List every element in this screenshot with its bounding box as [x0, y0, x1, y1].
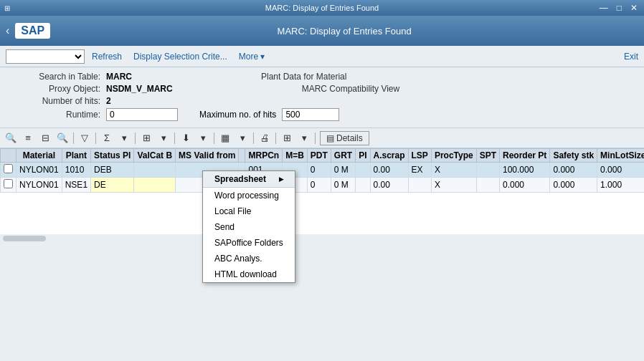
- minimize-button[interactable]: —: [597, 3, 610, 13]
- download-drop-btn[interactable]: ▾: [195, 130, 211, 146]
- col-checkbox: [1, 149, 16, 163]
- table-cell: [408, 178, 431, 193]
- col-pdt: PDT: [307, 149, 331, 163]
- display-selection-button[interactable]: Display Selection Crite...: [129, 50, 232, 63]
- menu-item-local-file[interactable]: Local File: [203, 203, 295, 219]
- col-status-pl: Status Pl: [91, 149, 134, 163]
- table-cell: 0 M: [331, 178, 355, 193]
- table-cell[interactable]: [1, 178, 16, 193]
- table-cell: 1010: [62, 163, 90, 178]
- list-icon-btn[interactable]: ≡: [20, 130, 36, 146]
- table-cell: 0.000: [550, 178, 597, 193]
- filter-icon-btn[interactable]: ▽: [77, 130, 93, 146]
- details-button[interactable]: ▤ Details: [320, 131, 369, 145]
- download-icon-btn[interactable]: ⬇: [178, 130, 194, 146]
- table-row[interactable]: NYLON011010DEB00100 M0.00EXX100.0000.000…: [1, 163, 645, 178]
- separator5: [214, 133, 214, 144]
- title-bar-title: MARC: Display of Entries Found: [265, 4, 379, 12]
- dropdown-menu: Spreadsheet ▸ Word processing Local File…: [202, 170, 295, 283]
- table-header-row: Material Plant Status Pl ValCat B MS Val…: [1, 149, 645, 163]
- proxy-object-value: NSDM_V_MARC: [106, 84, 173, 94]
- separator8: [315, 133, 316, 144]
- separator6: [253, 133, 254, 144]
- col-blank: [239, 149, 245, 163]
- table-cell: DE: [91, 178, 134, 193]
- table-cell: [356, 163, 370, 178]
- col-reorder-pt: Reorder Pt: [500, 149, 550, 163]
- col-mrpcn: MRPCn: [245, 149, 283, 163]
- grid-drop-btn[interactable]: ▾: [156, 130, 171, 146]
- menu-item-html-download[interactable]: HTML download: [203, 266, 295, 282]
- info-row-search: Search in Table: MARC Plant Data for Mat…: [14, 72, 630, 82]
- sap-header: ‹ SAP MARC: Display of Entries Found: [0, 16, 644, 46]
- back-button[interactable]: ‹: [6, 24, 9, 37]
- table-cell: 100.000: [500, 163, 550, 178]
- table-cell[interactable]: [1, 163, 16, 178]
- col-mb: M=B: [283, 149, 308, 163]
- max-hits-input[interactable]: [282, 108, 339, 121]
- details-label: Details: [336, 133, 363, 143]
- info-section: Search in Table: MARC Plant Data for Mat…: [0, 67, 644, 128]
- close-button[interactable]: ✕: [628, 3, 640, 13]
- runtime-input[interactable]: [106, 108, 178, 121]
- sum-drop-btn[interactable]: ▾: [116, 130, 132, 146]
- col-pi: PI: [356, 149, 370, 163]
- table-cell: NYLON01: [16, 163, 62, 178]
- col-ms-valid-from: MS Valid from: [176, 149, 239, 163]
- layout-icon-btn[interactable]: ⊞: [279, 130, 295, 146]
- table-cell: NSE1: [62, 178, 90, 193]
- refresh-button[interactable]: Refresh: [87, 50, 126, 63]
- table-cell: 0.00: [370, 178, 408, 193]
- separator3: [135, 133, 136, 144]
- separator1: [73, 133, 74, 144]
- num-hits-value: 2: [106, 96, 111, 106]
- search-table-value: MARC: [106, 72, 132, 82]
- menu-item-abc-analys[interactable]: ABC Analys.: [203, 251, 295, 266]
- main-title: MARC: Display of Entries Found: [50, 26, 638, 37]
- table-cell: 0 M: [331, 163, 355, 178]
- title-bar-left: ⊞: [4, 4, 10, 12]
- app-icon: ⊞: [4, 4, 10, 12]
- collapse-icon-btn[interactable]: ⊟: [37, 130, 53, 146]
- toolbar-select[interactable]: [6, 49, 85, 64]
- restore-button[interactable]: □: [615, 3, 624, 13]
- info-row-proxy: Proxy Object: NSDM_V_MARC MARC Compatibi…: [14, 84, 630, 94]
- scroll-track[interactable]: [3, 236, 46, 241]
- table-row[interactable]: NYLON01NSE1DE00 M0.00X0.0000.0001.0000.0…: [1, 178, 645, 193]
- table-drop-btn[interactable]: ▾: [235, 130, 250, 146]
- sum-icon-btn[interactable]: Σ: [99, 130, 115, 146]
- col-grt: GRT: [331, 149, 355, 163]
- layout-drop-btn[interactable]: ▾: [296, 130, 312, 146]
- separator7: [275, 133, 276, 144]
- marc-compat-label: MARC Compatibility View: [302, 84, 399, 94]
- menu-item-send[interactable]: Send: [203, 219, 295, 235]
- title-bar: ⊞ MARC: Display of Entries Found — □ ✕: [0, 0, 644, 16]
- col-proctype: ProcType: [431, 149, 476, 163]
- table-cell: [134, 163, 176, 178]
- table-icon-btn[interactable]: ▦: [217, 130, 233, 146]
- table-cell: [476, 178, 499, 193]
- table-cell: 0: [307, 163, 331, 178]
- col-min-lot-size: MinLotSize: [597, 149, 644, 163]
- menu-item-word-processing[interactable]: Word processing: [203, 188, 295, 203]
- table-cell: DEB: [91, 163, 134, 178]
- exit-button[interactable]: Exit: [624, 52, 638, 62]
- action-toolbar: 🔍 ≡ ⊟ 🔍 ▽ Σ ▾ ⊞ ▾ ⬇ ▾ ▦ ▾ 🖨 ⊞ ▾ ▤ Detail…: [0, 128, 644, 148]
- plant-data-label: Plant Data for Material: [261, 72, 346, 82]
- table-cell: NYLON01: [16, 178, 62, 193]
- menu-item-sapoffice-folders[interactable]: SAPoffice Folders: [203, 235, 295, 251]
- sap-logo: SAP: [15, 23, 50, 39]
- more-button[interactable]: More ▾: [235, 50, 270, 63]
- print-icon-btn[interactable]: 🖨: [257, 130, 273, 146]
- search-table-label: Search in Table:: [14, 72, 100, 82]
- main-table-container: Material Plant Status Pl ValCat B MS Val…: [0, 148, 644, 234]
- grid-icon-btn[interactable]: ⊞: [138, 130, 154, 146]
- menu-header-label: Spreadsheet: [214, 174, 266, 184]
- table-cell: 0.000: [500, 178, 550, 193]
- search-icon-btn[interactable]: 🔍: [3, 130, 19, 146]
- menu-header: Spreadsheet ▸: [203, 171, 295, 188]
- more-chevron-icon: ▾: [260, 52, 265, 62]
- find-icon-btn[interactable]: 🔍: [55, 130, 70, 146]
- table-cell: 0.000: [597, 163, 644, 178]
- col-plant: Plant: [62, 149, 90, 163]
